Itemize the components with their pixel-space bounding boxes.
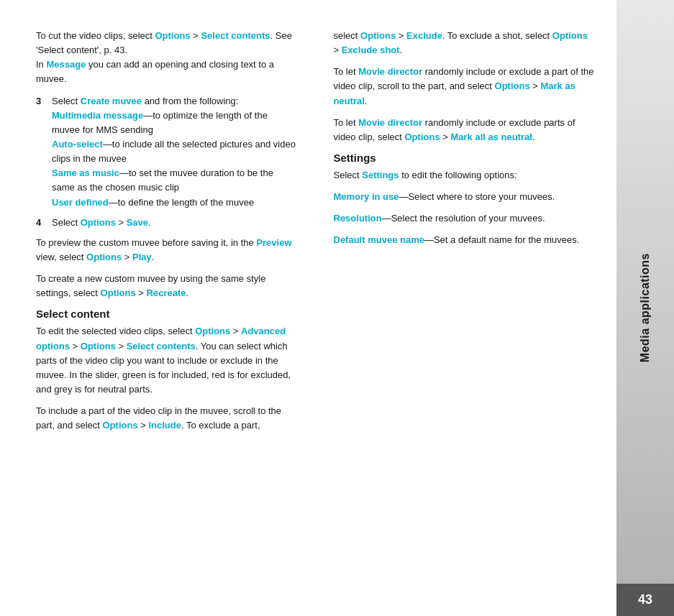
left-column: To cut the video clips, select Options >… [36,29,305,587]
options-link-5: Options [195,326,230,336]
auto-select-link: Auto-select [52,139,103,150]
settings-intro-para: Select Settings to edit the following op… [334,168,596,183]
select-contents-link: Select contents [201,30,270,41]
options-link-6: Options [81,341,116,351]
options-link-1: Options [155,30,190,41]
recreate-paragraph: To create a new custom muvee by using th… [36,272,298,300]
settings-heading: Settings [334,152,596,164]
item-4-number: 4 [36,216,49,230]
settings-link: Settings [362,170,399,180]
default-muvee-name-label: Default muvee name [334,234,424,245]
exclude-shot-link: Exclude shot [342,45,400,55]
options-link-2: Options [81,217,116,228]
movie-director-link-1: Movie director [358,66,422,77]
preview-link: Preview [256,237,291,248]
select-content-paragraph: To edit the selected video clips, select… [36,324,298,397]
message-link: Message [46,59,86,70]
page-number-box: 43 [616,584,674,616]
item-3-number: 3 [36,94,49,210]
create-muvee-link: Create muvee [81,96,142,106]
right-column: select Options > Exclude. To exclude a s… [327,29,596,587]
movie-director-para-1: To let Movie director randomly include o… [334,65,596,108]
options-link-7: Options [103,420,138,431]
options-link-10: Options [495,81,530,91]
page-number: 43 [638,592,652,607]
play-link: Play [132,252,152,262]
options-link-11: Options [405,132,440,142]
options-link-9: Options [552,30,588,41]
multimedia-message-link: Multimedia message [52,110,143,121]
main-content: To cut the video clips, select Options >… [0,0,616,616]
same-as-music-link: Same as music [52,167,119,178]
intro-paragraph: To cut the video clips, select Options >… [36,29,298,87]
recreate-link: Recreate [147,288,186,298]
movie-director-para-2: To let Movie director randomly include o… [334,116,596,144]
include-paragraph: To include a part of the video clip in t… [36,404,298,433]
include-link: Include [148,420,181,431]
memory-in-use-label: Memory in use [334,191,399,202]
resolution-para: Resolution—Select the resolution of your… [334,211,596,226]
default-muvee-name-para: Default muvee name—Set a default name fo… [334,233,596,247]
movie-director-link-2: Movie director [358,117,422,128]
sidebar-text-wrapper: Media applications [639,0,652,616]
options-link-3: Options [86,252,122,262]
save-link: Save [127,217,148,228]
select-contents-link-2: Select contents [127,341,196,351]
select-content-heading: Select content [36,308,298,320]
memory-in-use-para: Memory in use—Select where to store your… [334,190,596,204]
item-4: 4 Select Options > Save. [36,216,298,230]
resolution-label: Resolution [334,213,382,224]
options-link-8: Options [360,30,396,41]
exclude-link: Exclude [406,30,442,41]
mark-neutral-link: Mark as neutral [334,81,575,106]
exclude-paragraph: select Options > Exclude. To exclude a s… [334,29,596,58]
preview-paragraph: To preview the custom muvee before savin… [36,236,298,265]
item-3: 3 Select Create muvee and from the follo… [36,94,298,210]
item-3-content: Select Create muvee and from the followi… [52,94,298,210]
mark-all-neutral-link: Mark all as neutral [450,132,532,142]
options-link-4: Options [101,288,136,298]
sidebar: Media applications 43 [616,0,674,616]
item-4-content: Select Options > Save. [52,216,298,230]
user-defined-link: User defined [52,197,109,208]
sidebar-label: Media applications [639,253,652,362]
